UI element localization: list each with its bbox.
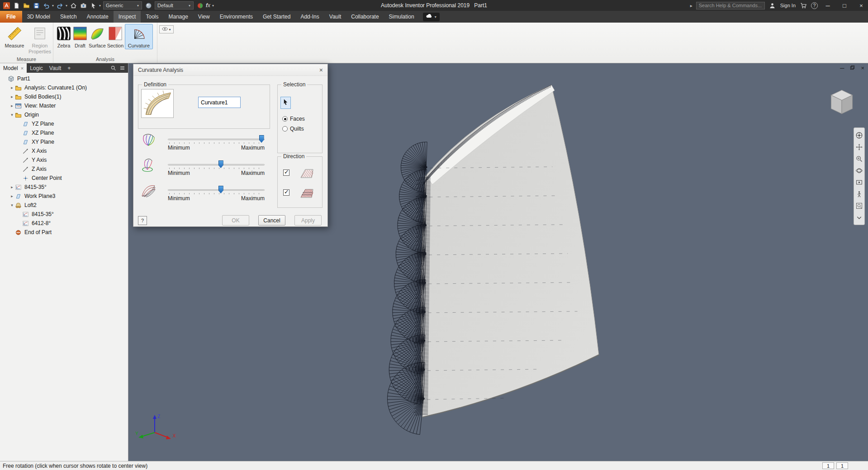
open-file-icon[interactable] bbox=[22, 1, 31, 10]
close-tab-icon[interactable]: × bbox=[21, 66, 24, 71]
undo-icon[interactable] bbox=[42, 1, 51, 10]
curvature-button[interactable]: Curvature bbox=[125, 24, 153, 49]
navbar-orbit-icon[interactable] bbox=[854, 164, 864, 176]
expander-icon[interactable]: ▸ bbox=[9, 85, 15, 90]
tree-item[interactable]: Center Point bbox=[0, 174, 128, 183]
select-faces-button[interactable] bbox=[280, 97, 291, 109]
slider-thumb[interactable] bbox=[218, 186, 223, 193]
ribbon-tab-collaborate[interactable]: Collaborate bbox=[346, 11, 384, 23]
app-logo-icon[interactable] bbox=[2, 1, 11, 10]
tree-item[interactable]: ▾Origin bbox=[0, 110, 128, 119]
select-tool-icon[interactable] bbox=[89, 1, 98, 10]
expander-icon[interactable]: ▸ bbox=[9, 185, 15, 189]
expander-icon[interactable]: ▾ bbox=[9, 203, 15, 207]
tree-item[interactable]: ▸8415-35° bbox=[0, 183, 128, 192]
tree-item[interactable]: ▸View: Master bbox=[0, 101, 128, 110]
undo-caret-icon[interactable]: ▾ bbox=[52, 4, 54, 8]
section-button[interactable]: Section bbox=[107, 24, 124, 49]
help-icon[interactable]: ? bbox=[811, 2, 818, 9]
redo-icon[interactable] bbox=[55, 1, 64, 10]
sign-in-person-icon[interactable] bbox=[768, 1, 777, 10]
ribbon-tab-file[interactable]: File bbox=[0, 11, 22, 23]
fx-parameters-icon[interactable]: fx bbox=[204, 2, 212, 9]
measure-button[interactable]: Measure bbox=[3, 24, 26, 49]
view-cube[interactable] bbox=[825, 86, 858, 118]
navbar-zoom-icon[interactable] bbox=[854, 153, 864, 164]
dialog-close-icon[interactable]: × bbox=[319, 66, 323, 74]
tree-item[interactable]: Z Axis bbox=[0, 164, 128, 174]
new-file-icon[interactable] bbox=[12, 1, 21, 10]
material-ball-icon[interactable] bbox=[144, 1, 153, 10]
select-tool-caret-icon[interactable]: ▾ bbox=[99, 4, 101, 8]
slider[interactable] bbox=[168, 187, 265, 194]
doc-restore-button[interactable] bbox=[850, 65, 855, 71]
ribbon-tab-manage[interactable]: Manage bbox=[163, 11, 193, 23]
cancel-button[interactable]: Cancel bbox=[258, 215, 285, 226]
search-collapse-icon[interactable]: ▸ bbox=[690, 3, 693, 8]
analysis-visibility-dropdown[interactable]: ▾ bbox=[159, 25, 174, 33]
tree-item[interactable]: XZ Plane bbox=[0, 128, 128, 137]
radio-quilts[interactable]: Quilts bbox=[282, 126, 304, 132]
tree-item[interactable]: X Axis bbox=[0, 146, 128, 155]
minimize-button[interactable]: ─ bbox=[821, 0, 835, 11]
navbar-zoom-all-icon[interactable] bbox=[854, 200, 864, 212]
ribbon-tab-add-ins[interactable]: Add-Ins bbox=[295, 11, 324, 23]
navbar-look-at-icon[interactable] bbox=[854, 176, 864, 188]
tree-item[interactable]: ▸Solid Bodies(1) bbox=[0, 92, 128, 101]
ribbon-tab-environments[interactable]: Environments bbox=[215, 11, 258, 23]
doc-close-button[interactable]: × bbox=[861, 65, 864, 71]
expander-icon[interactable]: ▾ bbox=[9, 113, 15, 117]
ribbon-tab-annotate[interactable]: Annotate bbox=[82, 11, 114, 23]
tree-item[interactable]: ▸Analysis: Curvature1 (On) bbox=[0, 83, 128, 92]
slider-thumb[interactable] bbox=[218, 160, 223, 168]
sign-in-label[interactable]: Sign In bbox=[780, 3, 796, 8]
navbar-more-icon[interactable] bbox=[854, 212, 864, 223]
slider-thumb[interactable] bbox=[259, 135, 264, 143]
region-properties-button[interactable]: Region Properties bbox=[27, 24, 52, 55]
browser-menu-icon[interactable] bbox=[119, 65, 125, 71]
surface-button[interactable]: Surface bbox=[89, 24, 106, 49]
maximize-button[interactable]: □ bbox=[838, 0, 851, 11]
analysis-name-input[interactable] bbox=[198, 97, 241, 108]
ribbon-tab-tools[interactable]: Tools bbox=[141, 11, 163, 23]
appearance-sphere-icon[interactable] bbox=[195, 1, 204, 10]
doc-minimize-button[interactable]: ─ bbox=[840, 65, 844, 71]
appearance-dropdown[interactable]: Default▾ bbox=[155, 1, 194, 9]
direction-checkbox[interactable] bbox=[283, 189, 289, 196]
qat-customize-caret-icon[interactable]: ▾ bbox=[212, 4, 214, 8]
capture-icon[interactable] bbox=[79, 1, 88, 10]
close-button[interactable]: × bbox=[854, 0, 868, 11]
tree-item[interactable]: End of Part bbox=[0, 228, 128, 237]
ribbon-tab-sketch[interactable]: Sketch bbox=[55, 11, 82, 23]
ribbon-tab-simulation[interactable]: Simulation bbox=[384, 11, 419, 23]
add-browser-tab-button[interactable]: + bbox=[64, 63, 74, 73]
ribbon-tab-3d-model[interactable]: 3D Model bbox=[22, 11, 55, 23]
cloud-services-button[interactable]: ▾ bbox=[423, 13, 440, 21]
browser-search-icon[interactable] bbox=[110, 65, 116, 71]
tree-item[interactable]: Y Axis bbox=[0, 155, 128, 164]
tree-item[interactable]: XY Plane bbox=[0, 137, 128, 146]
zebra-button[interactable]: Zebra bbox=[56, 24, 71, 49]
home-icon[interactable] bbox=[69, 1, 78, 10]
tree-item[interactable]: ▸Work Plane3 bbox=[0, 192, 128, 201]
direction-checkbox[interactable] bbox=[283, 169, 289, 176]
tree-item[interactable]: YZ Plane bbox=[0, 119, 128, 128]
expander-icon[interactable]: ▸ bbox=[9, 94, 15, 99]
ribbon-tab-vault[interactable]: Vault bbox=[324, 11, 346, 23]
expander-icon[interactable]: ▸ bbox=[9, 194, 15, 198]
radio-faces[interactable]: Faces bbox=[282, 116, 305, 122]
ribbon-tab-view[interactable]: View bbox=[193, 11, 215, 23]
tree-item[interactable]: 8415-35° bbox=[0, 210, 128, 219]
save-icon[interactable] bbox=[32, 1, 41, 10]
apply-button[interactable]: Apply bbox=[294, 215, 322, 226]
slider[interactable] bbox=[168, 136, 265, 144]
tree-item[interactable]: ▾Loft2 bbox=[0, 201, 128, 210]
browser-tab-vault[interactable]: Vault bbox=[46, 63, 64, 73]
navbar-navigation-wheel-icon[interactable] bbox=[854, 129, 864, 141]
browser-tab-logic[interactable]: Logic bbox=[27, 63, 46, 73]
material-dropdown[interactable]: Generic▾ bbox=[103, 1, 142, 9]
slider[interactable] bbox=[168, 162, 265, 169]
expander-icon[interactable]: ▸ bbox=[9, 103, 15, 108]
ribbon-tab-inspect[interactable]: Inspect bbox=[114, 11, 141, 23]
help-button[interactable]: ? bbox=[138, 216, 147, 225]
